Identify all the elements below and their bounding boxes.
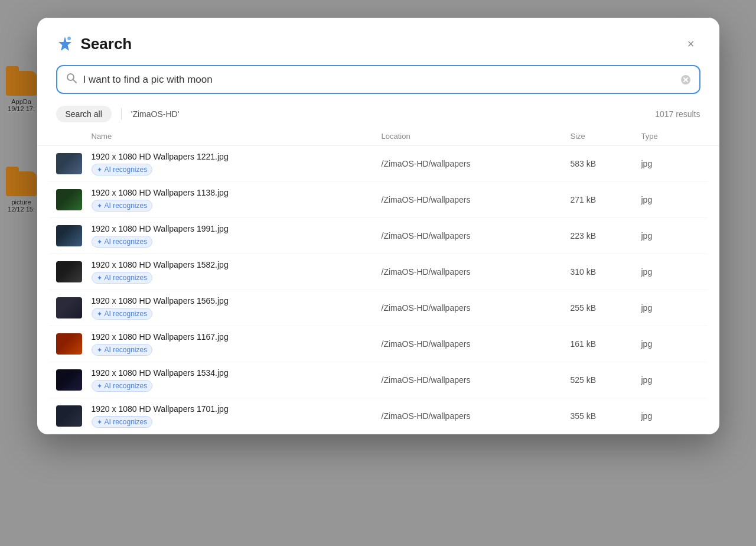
location-cell-3: /ZimaOS-HD/wallpapers — [382, 267, 571, 277]
ai-badge-2: ✦ AI recognizes — [92, 236, 153, 248]
location-cell-5: /ZimaOS-HD/wallpapers — [382, 339, 571, 349]
size-cell-4: 255 kB — [571, 303, 641, 313]
location-cell-4: /ZimaOS-HD/wallpapers — [382, 303, 571, 313]
modal-header: Search × — [37, 18, 719, 65]
search-modal: Search × — [37, 18, 719, 434]
type-cell-4: jpg — [641, 303, 700, 313]
col-size: Size — [571, 132, 641, 141]
type-cell-5: jpg — [641, 339, 700, 349]
table-row[interactable]: 1920 x 1080 HD Wallpapers 1534.jpg ✦ AI … — [49, 362, 708, 398]
thumbnail-5 — [56, 333, 82, 355]
col-thumb — [56, 132, 92, 141]
svg-point-0 — [67, 37, 71, 40]
table-row[interactable]: 1920 x 1080 HD Wallpapers 1582.jpg ✦ AI … — [49, 254, 708, 290]
type-cell-2: jpg — [641, 231, 700, 240]
ai-badge-label-5: AI recognizes — [105, 346, 148, 354]
thumb-cell-0 — [56, 153, 92, 174]
name-cell-4: 1920 x 1080 HD Wallpapers 1565.jpg ✦ AI … — [92, 296, 382, 320]
size-cell-2: 223 kB — [571, 231, 641, 240]
name-cell-6: 1920 x 1080 HD Wallpapers 1534.jpg ✦ AI … — [92, 368, 382, 392]
name-cell-5: 1920 x 1080 HD Wallpapers 1167.jpg ✦ AI … — [92, 332, 382, 356]
location-cell-1: /ZimaOS-HD/wallpapers — [382, 195, 571, 204]
ai-badge-label-0: AI recognizes — [105, 165, 148, 174]
thumbnail-7 — [56, 405, 82, 427]
file-name-4: 1920 x 1080 HD Wallpapers 1565.jpg — [92, 296, 382, 306]
thumbnail-0 — [56, 153, 82, 174]
table-row[interactable]: 1920 x 1080 HD Wallpapers 1221.jpg ✦ AI … — [49, 146, 708, 182]
type-cell-6: jpg — [641, 375, 700, 385]
thumbnail-6 — [56, 369, 82, 391]
thumb-cell-7 — [56, 405, 92, 427]
name-cell-7: 1920 x 1080 HD Wallpapers 1701.jpg ✦ AI … — [92, 404, 382, 428]
modal-title: Search — [81, 35, 674, 53]
ai-badge-label-4: AI recognizes — [105, 310, 148, 318]
type-cell-0: jpg — [641, 159, 700, 168]
file-name-2: 1920 x 1080 HD Wallpapers 1991.jpg — [92, 224, 382, 233]
file-name-6: 1920 x 1080 HD Wallpapers 1534.jpg — [92, 368, 382, 378]
location-cell-6: /ZimaOS-HD/wallpapers — [382, 375, 571, 385]
ai-badge-star-6: ✦ — [97, 382, 102, 390]
ai-badge-label-2: AI recognizes — [105, 238, 148, 246]
ai-badge-7: ✦ AI recognizes — [92, 416, 153, 428]
ai-badge-label-3: AI recognizes — [105, 274, 148, 282]
ai-badge-label-1: AI recognizes — [105, 202, 148, 210]
ai-star-icon — [56, 35, 74, 53]
file-name-1: 1920 x 1080 HD Wallpapers 1138.jpg — [92, 188, 382, 197]
table-row[interactable]: 1920 x 1080 HD Wallpapers 1991.jpg ✦ AI … — [49, 218, 708, 254]
svg-line-2 — [73, 80, 76, 83]
table-body: 1920 x 1080 HD Wallpapers 1221.jpg ✦ AI … — [37, 146, 719, 434]
size-cell-0: 583 kB — [571, 159, 641, 168]
file-name-7: 1920 x 1080 HD Wallpapers 1701.jpg — [92, 404, 382, 414]
close-button[interactable]: × — [682, 34, 700, 53]
col-name: Name — [92, 132, 382, 141]
thumbnail-4 — [56, 297, 82, 318]
clear-search-button[interactable] — [680, 74, 691, 85]
location-cell-2: /ZimaOS-HD/wallpapers — [382, 231, 571, 240]
thumb-cell-4 — [56, 297, 92, 318]
size-cell-5: 161 kB — [571, 339, 641, 349]
thumb-cell-1 — [56, 189, 92, 210]
ai-badge-label-6: AI recognizes — [105, 382, 148, 390]
table-row[interactable]: 1920 x 1080 HD Wallpapers 1138.jpg ✦ AI … — [49, 182, 708, 218]
table-header: Name Location Size Type — [37, 132, 719, 146]
thumbnail-3 — [56, 261, 82, 282]
name-cell-2: 1920 x 1080 HD Wallpapers 1991.jpg ✦ AI … — [92, 224, 382, 248]
ai-badge-6: ✦ AI recognizes — [92, 380, 153, 392]
ai-badge-star-0: ✦ — [97, 166, 102, 174]
size-cell-7: 355 kB — [571, 411, 641, 421]
search-all-button[interactable]: Search all — [56, 106, 112, 122]
ai-badge-star-4: ✦ — [97, 310, 102, 318]
ai-badge-0: ✦ AI recognizes — [92, 164, 153, 176]
ai-badge-star-7: ✦ — [97, 418, 102, 426]
table-row[interactable]: 1920 x 1080 HD Wallpapers 1701.jpg ✦ AI … — [49, 398, 708, 434]
ai-badge-star-3: ✦ — [97, 274, 102, 282]
ai-badge-label-7: AI recognizes — [105, 418, 148, 426]
ai-badge-3: ✦ AI recognizes — [92, 272, 153, 284]
size-cell-3: 310 kB — [571, 267, 641, 277]
table-row[interactable]: 1920 x 1080 HD Wallpapers 1167.jpg ✦ AI … — [49, 326, 708, 362]
filter-scope: 'ZimaOS-HD' — [131, 109, 180, 119]
filter-bar: Search all 'ZimaOS-HD' 1017 results — [37, 103, 719, 132]
thumb-cell-6 — [56, 369, 92, 391]
size-cell-6: 525 kB — [571, 375, 641, 385]
type-cell-3: jpg — [641, 267, 700, 277]
type-cell-1: jpg — [641, 195, 700, 204]
modal-overlay: Search × — [0, 0, 756, 546]
name-cell-1: 1920 x 1080 HD Wallpapers 1138.jpg ✦ AI … — [92, 188, 382, 212]
search-bar — [56, 65, 700, 94]
search-input[interactable] — [83, 74, 674, 86]
ai-badge-1: ✦ AI recognizes — [92, 200, 153, 212]
thumbnail-2 — [56, 225, 82, 246]
ai-badge-star-1: ✦ — [97, 202, 102, 210]
type-cell-7: jpg — [641, 411, 700, 421]
location-cell-7: /ZimaOS-HD/wallpapers — [382, 411, 571, 421]
results-count: 1017 results — [655, 109, 700, 119]
table-row[interactable]: 1920 x 1080 HD Wallpapers 1565.jpg ✦ AI … — [49, 290, 708, 326]
ai-badge-star-5: ✦ — [97, 346, 102, 354]
file-name-3: 1920 x 1080 HD Wallpapers 1582.jpg — [92, 260, 382, 269]
col-location: Location — [382, 132, 571, 141]
size-cell-1: 271 kB — [571, 195, 641, 204]
filter-divider — [121, 108, 122, 120]
col-type: Type — [641, 132, 700, 141]
thumbnail-1 — [56, 189, 82, 210]
